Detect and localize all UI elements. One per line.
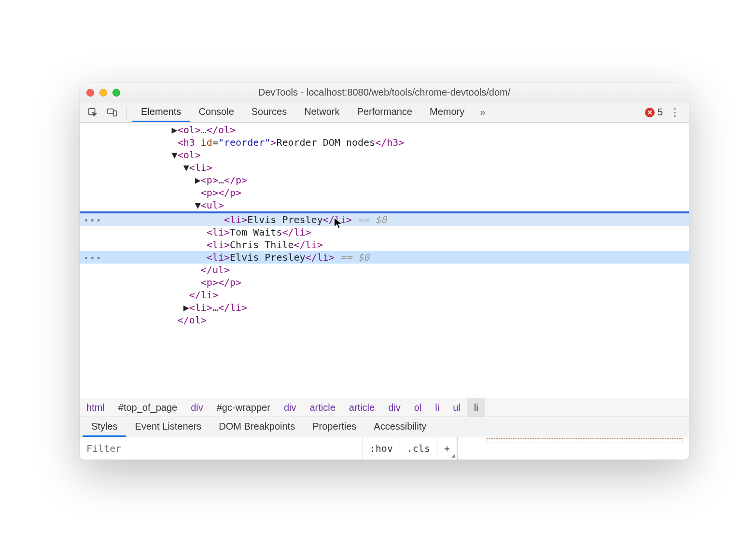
svg-rect-2 (113, 111, 116, 116)
toolbar-separator (126, 106, 126, 119)
tab-network[interactable]: Network (295, 102, 348, 122)
tree-row[interactable]: ▼<ul> (80, 199, 689, 211)
hov-toggle[interactable]: :hov (363, 437, 400, 460)
error-count: 5 (658, 107, 663, 118)
tree-row[interactable]: ▶<p>…</p> (80, 174, 689, 186)
device-toggle-icon[interactable] (104, 104, 120, 121)
tree-row-dragging[interactable]: ••• <li>Elvis Presley</li> == $0 (80, 213, 689, 226)
breadcrumb-bar: html #top_of_page div #gc-wrapper div ar… (80, 398, 689, 417)
panel-tabs: Elements Console Sources Network Perform… (132, 102, 473, 122)
titlebar: DevTools - localhost:8080/web/tools/chro… (80, 83, 689, 102)
row-actions-icon[interactable]: ••• (84, 252, 102, 265)
tree-row[interactable]: </ol> (80, 314, 689, 326)
tree-row[interactable]: <p></p> (80, 186, 689, 199)
crumb-li[interactable]: li (428, 398, 446, 417)
crumb-html[interactable]: html (80, 398, 112, 417)
tab-memory[interactable]: Memory (421, 102, 473, 122)
window-title: DevTools - localhost:8080/web/tools/chro… (80, 87, 689, 98)
crumb-div[interactable]: div (277, 398, 303, 417)
tree-row[interactable]: <li>Chris Thile</li> (80, 238, 689, 251)
tree-row[interactable]: </ul> (80, 264, 689, 276)
svg-rect-1 (108, 109, 113, 113)
tree-row[interactable]: ▶<li>…</li> (80, 301, 689, 314)
tree-row[interactable]: ▶<ol>…</ol> (80, 124, 689, 136)
tree-row-selected[interactable]: ••• <li>Elvis Presley</li> == $0 (80, 251, 689, 264)
subtab-accessibility[interactable]: Accessibility (365, 417, 435, 437)
tree-row[interactable]: <p></p> (80, 276, 689, 289)
tabs-overflow-icon[interactable]: » (476, 107, 489, 118)
new-style-rule-button[interactable]: + (437, 437, 457, 460)
devtools-window: DevTools - localhost:8080/web/tools/chro… (80, 83, 689, 460)
crumb-div[interactable]: div (381, 398, 407, 417)
settings-menu-icon[interactable]: ⋮ (666, 106, 684, 119)
crumb-article[interactable]: article (303, 398, 342, 417)
cls-toggle[interactable]: .cls (400, 437, 437, 460)
row-actions-icon[interactable]: ••• (84, 214, 102, 227)
tree-row[interactable]: <h3 id="reorder">Reorder DOM nodes</h3> (80, 136, 689, 149)
tab-console[interactable]: Console (190, 102, 242, 122)
sidebar-tabs: Styles Event Listeners DOM Breakpoints P… (80, 417, 689, 437)
crumb-ol[interactable]: ol (407, 398, 429, 417)
tab-performance[interactable]: Performance (349, 102, 421, 122)
tab-sources[interactable]: Sources (243, 102, 295, 122)
elements-tree[interactable]: ▶<ol>…</ol> <h3 id="reorder">Reorder DOM… (80, 123, 689, 398)
crumb-gc-wrapper[interactable]: #gc-wrapper (210, 398, 277, 417)
crumb-div[interactable]: div (184, 398, 210, 417)
styles-toolbar: :hov .cls + (80, 437, 689, 460)
crumb-top-of-page[interactable]: #top_of_page (112, 398, 184, 417)
subtab-dom-breakpoints[interactable]: DOM Breakpoints (210, 417, 304, 437)
box-model-margin-icon (487, 438, 683, 443)
tree-row[interactable]: ▼<ol> (80, 149, 689, 161)
inspect-element-icon[interactable] (84, 104, 101, 121)
crumb-ul[interactable]: ul (446, 398, 467, 417)
error-indicator[interactable]: ✕ 5 (645, 107, 663, 118)
mouse-cursor-icon (333, 217, 344, 229)
subtab-properties[interactable]: Properties (304, 417, 365, 437)
tree-row[interactable]: ▼<li> (80, 161, 689, 174)
tree-row[interactable]: </li> (80, 289, 689, 301)
error-icon: ✕ (645, 108, 655, 117)
tab-elements[interactable]: Elements (132, 102, 190, 122)
styles-filter-input[interactable] (80, 437, 363, 460)
subtab-event-listeners[interactable]: Event Listeners (126, 417, 210, 437)
box-model-preview (457, 437, 689, 460)
main-toolbar: Elements Console Sources Network Perform… (80, 102, 689, 123)
tree-row[interactable]: <li>Tom Waits</li> (80, 226, 689, 238)
crumb-article[interactable]: article (342, 398, 381, 417)
crumb-li-active[interactable]: li (467, 398, 485, 417)
subtab-styles[interactable]: Styles (83, 417, 126, 437)
